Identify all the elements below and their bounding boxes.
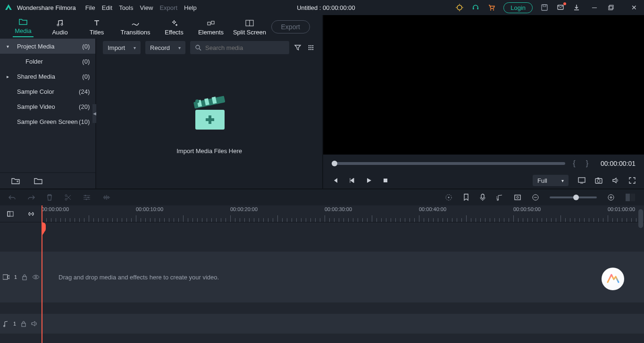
export-button: Export xyxy=(271,20,310,33)
clapper-icon xyxy=(187,91,232,136)
marker-icon[interactable] xyxy=(463,194,469,201)
undo-button xyxy=(8,194,16,201)
stop-button[interactable] xyxy=(383,178,388,183)
zoom-slider[interactable] xyxy=(550,196,597,198)
titlebar: Wondershare Filmora File Edit Tools View… xyxy=(0,0,644,15)
search-input[interactable] xyxy=(205,44,284,51)
download-icon[interactable] xyxy=(572,3,581,12)
timeline-toolbar xyxy=(0,188,644,205)
playhead[interactable] xyxy=(42,205,42,343)
svg-line-23 xyxy=(199,49,201,50)
sidebar-sample-video[interactable]: Sample Video (20) xyxy=(0,99,95,114)
zoom-in-button[interactable] xyxy=(607,194,615,201)
mixer-icon[interactable] xyxy=(496,194,503,201)
sidebar-sample-green-screen[interactable]: Sample Green Screen (10) xyxy=(0,114,95,129)
svg-point-9 xyxy=(490,9,491,10)
timeline-ruler[interactable]: 00:00:00:0000:00:10:0000:00:20:0000:00:3… xyxy=(42,205,644,222)
tab-transitions[interactable]: Transitions xyxy=(115,18,156,36)
audio-wave-icon xyxy=(102,194,110,201)
minimize-button[interactable]: ─ xyxy=(588,4,601,11)
snapshot-icon[interactable] xyxy=(595,177,602,184)
track-manage-icon[interactable] xyxy=(7,211,14,217)
collapse-handle[interactable]: ◀ xyxy=(92,104,96,123)
svg-point-73 xyxy=(4,326,5,327)
svg-rect-74 xyxy=(22,323,25,327)
menu-file[interactable]: File xyxy=(85,4,95,11)
mark-in-icon[interactable]: { xyxy=(570,159,578,168)
svg-point-46 xyxy=(65,198,67,200)
svg-point-2 xyxy=(457,5,462,10)
quality-select[interactable]: Full▾ xyxy=(533,175,569,186)
preview-viewer[interactable] xyxy=(323,15,644,155)
volume-icon[interactable] xyxy=(612,177,619,184)
message-icon[interactable] xyxy=(556,3,565,12)
record-dropdown[interactable]: Record▾ xyxy=(145,41,185,54)
zoom-out-button[interactable] xyxy=(532,194,539,201)
maximize-button[interactable] xyxy=(608,5,620,10)
support-icon[interactable] xyxy=(471,3,480,12)
menu-view[interactable]: View xyxy=(140,4,153,11)
menu-help[interactable]: Help xyxy=(184,4,197,11)
crop-icon[interactable] xyxy=(514,194,521,201)
filter-icon[interactable] xyxy=(294,44,302,51)
menu-edit[interactable]: Edit xyxy=(102,4,112,11)
import-dropdown[interactable]: Import▾ xyxy=(103,41,141,54)
zoom-fit-button[interactable] xyxy=(625,193,636,202)
chevron-down-icon: ▾ xyxy=(561,178,564,183)
voiceover-icon[interactable] xyxy=(480,194,485,201)
tab-effects[interactable]: Effects xyxy=(156,18,192,36)
tab-split-screen[interactable]: Split Screen xyxy=(229,18,270,36)
filmora-badge[interactable] xyxy=(602,268,624,290)
tips-icon[interactable] xyxy=(455,3,464,12)
audio-track[interactable] xyxy=(42,314,644,334)
prev-frame-button[interactable] xyxy=(332,177,338,184)
tab-titles[interactable]: Titles xyxy=(78,18,115,36)
menu-tools[interactable]: Tools xyxy=(119,4,133,11)
folder-icon xyxy=(18,17,28,26)
save-icon[interactable] xyxy=(540,3,549,12)
delete-button xyxy=(46,194,53,201)
render-icon[interactable] xyxy=(445,194,452,201)
eye-icon[interactable] xyxy=(32,274,40,280)
tab-media[interactable]: Media xyxy=(5,17,42,37)
empty-media-drop[interactable]: Import Media Files Here xyxy=(96,57,322,188)
search-box[interactable] xyxy=(190,41,289,54)
split-icon xyxy=(245,18,254,28)
close-button[interactable]: ✕ xyxy=(628,4,640,11)
preview-panel: { } 00:00:00:01 Full▾ xyxy=(323,15,644,188)
cart-icon[interactable] xyxy=(487,3,496,12)
sidebar-sample-color[interactable]: Sample Color (24) xyxy=(0,84,95,99)
svg-point-51 xyxy=(88,197,89,198)
transition-icon xyxy=(131,18,140,28)
preview-scrubber[interactable] xyxy=(332,162,565,165)
timeline-scrollbar[interactable] xyxy=(638,209,643,336)
svg-point-60 xyxy=(517,196,519,198)
video-track[interactable]: Drag and drop media and effects here to … xyxy=(42,252,644,302)
svg-point-38 xyxy=(195,99,199,103)
sidebar-shared-media[interactable]: ▸ Shared Media (0) xyxy=(0,69,95,84)
svg-rect-69 xyxy=(8,212,10,216)
play-button[interactable] xyxy=(366,177,372,184)
fullscreen-icon[interactable] xyxy=(629,177,636,184)
display-icon[interactable] xyxy=(578,177,585,184)
chevron-down-icon: ▾ xyxy=(178,45,181,50)
tab-elements[interactable]: Elements xyxy=(192,18,229,36)
mark-out-icon[interactable]: } xyxy=(583,159,591,168)
svg-rect-15 xyxy=(610,5,613,9)
lock-icon[interactable] xyxy=(22,274,27,280)
tab-audio[interactable]: Audio xyxy=(42,18,78,36)
link-icon[interactable] xyxy=(27,211,35,217)
timeline-tracks[interactable]: 00:00:00:0000:00:10:0000:00:20:0000:00:3… xyxy=(42,205,644,343)
lock-icon[interactable] xyxy=(21,320,26,327)
notification-dot xyxy=(563,2,566,5)
step-back-button[interactable] xyxy=(349,177,355,184)
svg-rect-59 xyxy=(515,195,520,200)
folder-icon[interactable] xyxy=(34,177,42,185)
new-folder-icon[interactable] xyxy=(11,177,20,185)
speaker-icon[interactable] xyxy=(31,321,38,327)
login-button[interactable]: Login xyxy=(503,2,533,13)
grid-view-icon[interactable] xyxy=(307,44,316,51)
sidebar-folder[interactable]: Folder (0) xyxy=(0,54,95,69)
sidebar-project-media[interactable]: ▾ Project Media (0) xyxy=(0,39,95,54)
media-panel: ◀ Import▾ Record▾ xyxy=(96,39,322,188)
